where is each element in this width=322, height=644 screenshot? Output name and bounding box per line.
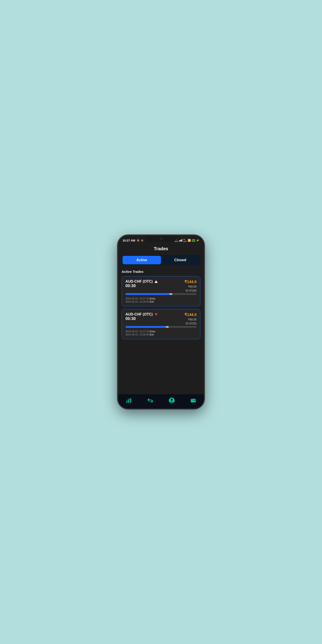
trade-1-dates: 2024-03-22: 10:27:24 Entry 2024-03-22: 1… <box>126 297 196 303</box>
vo-wifi-2: VoWiFi <box>183 238 187 242</box>
wallet-icon-svg <box>190 398 196 404</box>
trade-card-2[interactable]: AUD-CHF (OTC) 00:30 ₹144.0 ₹80.00 ID 472… <box>122 309 200 339</box>
trade-2-exit-date: 2024-03-22: <box>126 333 139 336</box>
phone-frame: 10:27 AM 🔕 ⊙ VoWiFi VoWiFi <box>118 235 204 409</box>
trade-2-direction-down-icon <box>154 313 158 316</box>
trade-card-2-header: AUD-CHF (OTC) 00:30 ₹144.0 ₹80.00 ID 472… <box>126 312 196 325</box>
trade-2-id: ID 47253 <box>186 322 196 325</box>
battery-level: 63 <box>192 239 195 242</box>
trade-1-amount: ₹144.0 <box>184 280 196 284</box>
trade-card-1[interactable]: AUD-CHF (OTC) 00:30 ₹144.0 ₹80.00 ID 472… <box>122 276 200 306</box>
trade-1-progress-fill <box>126 293 172 295</box>
bar8 <box>182 239 182 242</box>
screen-record-icon: ⊙ <box>141 239 143 242</box>
profile-icon <box>168 397 175 404</box>
trade-1-exit-label: Exit <box>150 300 154 303</box>
volume-down-button[interactable] <box>118 274 118 282</box>
trade-1-exit: 2024-03-22: 10:28:00 Exit <box>126 300 196 303</box>
trade-2-stake: ₹80.00 <box>188 318 196 321</box>
svg-point-4 <box>170 399 173 401</box>
chart-icon-svg <box>126 398 132 404</box>
trade-1-timer: 00:30 <box>126 284 158 288</box>
time-display: 10:27 AM <box>122 239 135 242</box>
trade-2-progress-bar <box>126 326 196 328</box>
svg-rect-0 <box>126 401 127 403</box>
svg-rect-6 <box>194 400 194 401</box>
trade-2-entry-time: 10:27:22 <box>139 330 149 333</box>
trade-1-stake: ₹80.00 <box>188 285 196 288</box>
trade-2-exit: 2024-03-22: 10:28:00 Exit <box>126 333 196 336</box>
nav-chart[interactable] <box>118 397 140 404</box>
trade-2-left: AUD-CHF (OTC) 00:30 <box>126 312 158 323</box>
svg-rect-1 <box>128 400 129 403</box>
wifi-icon: 📶 <box>188 239 191 242</box>
signal-bars-2 <box>179 239 182 242</box>
trade-2-progress-thumb <box>166 326 168 328</box>
profile-icon-svg <box>168 397 175 404</box>
page-title: Trades <box>122 246 200 251</box>
bar7 <box>181 240 181 242</box>
svg-rect-5 <box>191 399 196 402</box>
trade-2-amount: ₹144.0 <box>184 312 196 317</box>
wallet-icon <box>190 397 196 404</box>
tab-closed[interactable]: Closed <box>161 256 200 264</box>
trade-1-exit-date: 2024-03-22: <box>126 300 139 303</box>
trade-1-right: ₹144.0 ₹80.00 ID 47254 <box>184 280 196 292</box>
bottom-nav <box>118 394 204 408</box>
trade-2-entry-date: 2024-03-22: <box>126 330 139 333</box>
trade-2-pair-row: AUD-CHF (OTC) <box>126 312 158 316</box>
trade-1-progress-bar <box>126 293 196 295</box>
svg-rect-2 <box>130 398 131 403</box>
chart-icon <box>126 397 132 404</box>
svg-rect-7 <box>191 400 196 400</box>
trade-1-exit-time: 10:28:00 <box>139 300 149 303</box>
phone-screen: 10:27 AM 🔕 ⊙ VoWiFi VoWiFi <box>118 236 204 408</box>
trade-2-exit-label: Exit <box>150 333 154 336</box>
trade-2-exit-time: 10:28:00 <box>139 333 149 336</box>
trade-1-entry-label: Entry <box>150 297 156 300</box>
bar5 <box>179 240 180 242</box>
nav-wallet[interactable] <box>182 397 204 404</box>
trade-2-timer: 00:30 <box>126 316 158 321</box>
silent-icon: 🔕 <box>137 239 140 242</box>
trade-1-pair-row: AUD-CHF (OTC) <box>126 280 158 284</box>
power-button[interactable] <box>204 269 204 282</box>
bar6 <box>180 240 180 242</box>
trade-1-id: ID 47254 <box>186 289 196 292</box>
trade-1-pair-name: AUD-CHF (OTC) <box>126 280 153 284</box>
nav-profile[interactable] <box>161 397 182 404</box>
tab-active[interactable]: Active <box>122 256 161 264</box>
trade-2-entry: 2024-03-22: 10:27:22 Entry <box>126 330 196 333</box>
active-trades-heading: Active Trades <box>122 270 200 274</box>
camera <box>160 238 162 240</box>
status-time: 10:27 AM 🔕 ⊙ <box>122 239 143 242</box>
tab-switcher: Active Closed <box>122 255 200 265</box>
nav-trades[interactable] <box>140 397 161 404</box>
trade-1-left: AUD-CHF (OTC) 00:30 <box>126 280 158 290</box>
trade-2-entry-label: Entry <box>150 330 156 333</box>
trade-2-pair-name: AUD-CHF (OTC) <box>126 312 153 316</box>
phone-notch <box>145 236 177 242</box>
trade-1-entry-date: 2024-03-22: <box>126 297 139 300</box>
trade-1-progress-thumb <box>170 293 172 295</box>
trade-2-right: ₹144.0 ₹80.00 ID 47253 <box>184 312 196 325</box>
app-content: Trades Active Closed Active Trades AUD-C… <box>118 244 204 394</box>
trades-icon-svg <box>147 398 153 404</box>
trade-1-entry-time: 10:27:24 <box>139 297 149 300</box>
trade-card-1-header: AUD-CHF (OTC) 00:30 ₹144.0 ₹80.00 ID 472… <box>126 280 196 292</box>
trade-2-progress-fill <box>126 326 168 328</box>
trade-2-dates: 2024-03-22: 10:27:22 Entry 2024-03-22: 1… <box>126 330 196 336</box>
trades-icon <box>147 397 154 404</box>
volume-up-button[interactable] <box>118 262 118 271</box>
trade-1-direction-up-icon <box>154 280 158 283</box>
charging-icon: ⚡ <box>196 239 200 242</box>
trade-1-entry: 2024-03-22: 10:27:24 Entry <box>126 297 196 300</box>
